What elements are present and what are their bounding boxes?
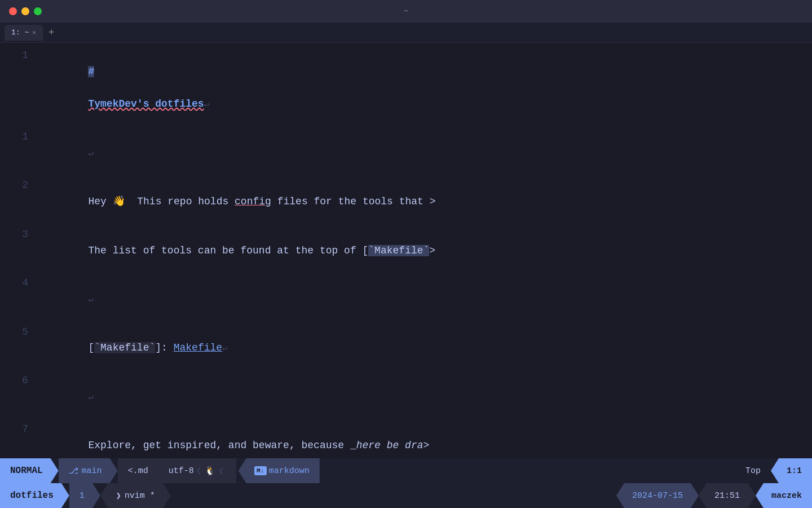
eol-6: ↵ [88, 392, 94, 402]
line-2: 2 Hey 👋 This repo holds config files for… [0, 177, 812, 226]
chevron-left-2: ❮ [219, 466, 224, 476]
time-segment: 21:51 [699, 483, 756, 508]
line-number-6: 6 [0, 373, 39, 389]
line-content-5: [`Makefile`]: Makefile↵ [39, 324, 812, 373]
line-number-7: 7 [0, 421, 39, 437]
mode-label: NORMAL [10, 466, 43, 476]
line-1: 1 # TymekDev's dotfiles↵ [0, 47, 812, 129]
tab-add-button[interactable]: + [45, 27, 58, 38]
line-number-e1: 1 [0, 129, 39, 145]
line-number-1: 1 [0, 47, 39, 64]
filetype-segment: M↓ markdown [239, 458, 320, 483]
traffic-lights [9, 7, 42, 15]
tab-label: 1: ~ [11, 28, 29, 37]
chevron-left-1: ❮ [196, 466, 201, 476]
line-content-4: ↵ [39, 275, 812, 323]
spacer [320, 458, 735, 483]
line-number-5: 5 [0, 324, 39, 340]
position-top-label: Top [745, 466, 761, 476]
branch-segment: ⎇ main [59, 458, 118, 483]
cursor-position: 1:1 [771, 458, 812, 483]
time-label: 21:51 [714, 491, 740, 501]
maximize-button[interactable] [34, 7, 42, 15]
cursor-pos-label: 1:1 [787, 466, 802, 476]
encoding-segment: utf-8 ❮ 🐧 ❮ [158, 458, 236, 483]
line-content-3: The list of tools can be found at the to… [39, 226, 812, 275]
eol-e1: ↵ [88, 148, 94, 159]
line-empty-1: 1 ↵ [0, 129, 812, 177]
line-content-e1: ↵ [39, 129, 812, 177]
line-7: 7 Explore, get inspired, and beware, bec… [0, 421, 812, 458]
date-segment: 2024-07-15 [616, 483, 699, 508]
file-segment: <.md [118, 458, 158, 483]
branch-name: main [82, 466, 102, 476]
line-number-2: 2 [0, 177, 39, 194]
tab-1[interactable]: 1: ~ ✕ [5, 25, 43, 41]
close-button[interactable] [9, 7, 17, 15]
line-3: 3 The list of tools can be found at the … [0, 226, 812, 275]
h1-marker: # [88, 66, 94, 77]
line-4: 4 ↵ [0, 275, 812, 323]
line-number-3: 3 [0, 226, 39, 243]
tabbar: 1: ~ ✕ + [0, 23, 812, 43]
editor: 1 # TymekDev's dotfiles↵ 1 ↵ 2 Hey 👋 Thi… [0, 43, 812, 458]
line-content-1: # TymekDev's dotfiles↵ [39, 47, 812, 129]
eol-4: ↵ [88, 295, 94, 305]
window-number: 1 [69, 483, 100, 508]
linux-icon: 🐧 [205, 466, 215, 476]
h1-content: TymekDev's dotfiles [88, 98, 204, 110]
minimize-button[interactable] [21, 7, 29, 15]
line-content-7: Explore, get inspired, and beware, becau… [39, 421, 812, 458]
user-segment: maczek [756, 483, 812, 508]
date-label: 2024-07-15 [632, 491, 683, 501]
eol-5: ↵ [222, 343, 228, 353]
makefile-link: Makefile [174, 342, 222, 353]
titlebar-title: ~ [404, 7, 408, 16]
statusline: NORMAL ⎇ main <.md utf-8 ❮ 🐧 ❮ M↓ markdo… [0, 458, 812, 483]
process-label: nvim * [125, 491, 155, 501]
line-6: 6 ↵ [0, 373, 812, 421]
mode-indicator: NORMAL [0, 458, 59, 483]
line-content-2: Hey 👋 This repo holds config files for t… [39, 177, 812, 226]
eol-1: ↵ [204, 99, 210, 110]
process-segment: ❯ nvim * [100, 483, 171, 508]
bottombar: dotfiles 1 ❯ nvim * 2024-07-15 21:51 mac… [0, 483, 812, 508]
line-number-4: 4 [0, 275, 39, 291]
encoding-label: utf-8 [169, 466, 194, 476]
line-content-6: ↵ [39, 373, 812, 421]
user-label: maczek [771, 491, 802, 501]
titlebar: ~ [0, 0, 812, 23]
session-name: dotfiles [0, 483, 69, 508]
window-num-label: 1 [80, 491, 85, 501]
branch-icon: ⎇ [69, 466, 78, 476]
editor-content: 1 # TymekDev's dotfiles↵ 1 ↵ 2 Hey 👋 Thi… [0, 43, 812, 458]
bottom-spacer [171, 483, 616, 508]
tab-close-icon[interactable]: ✕ [32, 29, 36, 36]
arrow-label: ❯ [116, 491, 121, 501]
line-5: 5 [`Makefile`]: Makefile↵ [0, 324, 812, 373]
file-ext: <.md [128, 466, 148, 476]
md-icon: M↓ [254, 466, 267, 475]
position-top: Top [735, 458, 771, 483]
filetype-label: markdown [269, 466, 310, 476]
session-label: dotfiles [10, 491, 54, 501]
